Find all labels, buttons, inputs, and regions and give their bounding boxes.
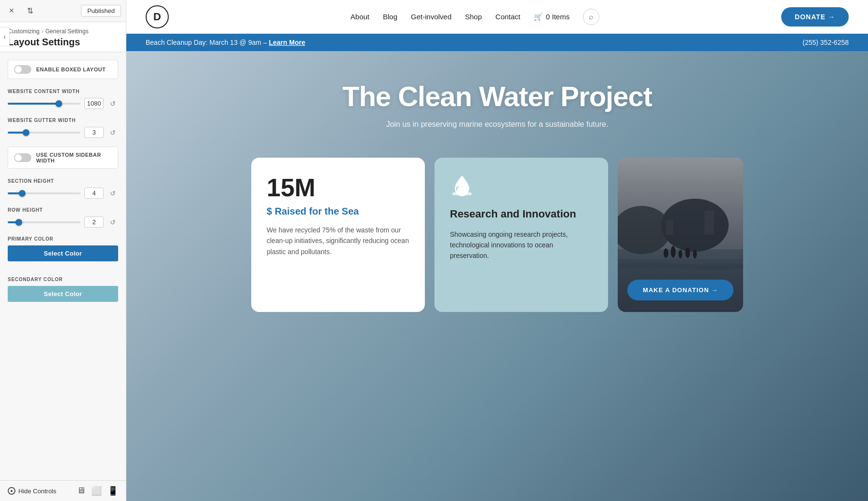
toggle-knob bbox=[15, 66, 22, 73]
row-height-slider-row: 2 ↺ bbox=[8, 217, 118, 228]
cards-row: 15M $ Raised for the Sea We have recycle… bbox=[232, 158, 762, 312]
hide-controls-button[interactable]: ● Hide Controls bbox=[8, 487, 56, 495]
content-width-slider-fill bbox=[8, 103, 59, 105]
search-icon: ⌕ bbox=[589, 13, 594, 21]
boxed-layout-toggle[interactable] bbox=[14, 65, 31, 74]
row-height-label: ROW HEIGHT bbox=[8, 207, 118, 213]
tablet-icon[interactable]: ⬜ bbox=[91, 486, 102, 496]
donation-card: MAKE A DONATION → bbox=[618, 158, 743, 312]
nav-blog[interactable]: Blog bbox=[383, 13, 397, 21]
row-height-slider-track bbox=[8, 221, 81, 223]
close-button[interactable]: × bbox=[5, 4, 18, 18]
section-height-group: SECTION HEIGHT 4 ↺ bbox=[8, 178, 118, 199]
site-logo: D bbox=[146, 5, 169, 28]
content-width-reset[interactable]: ↺ bbox=[108, 98, 118, 109]
sort-button[interactable]: ⇅ bbox=[23, 4, 37, 18]
announcement-message: Beach Cleanup Day: March 13 @ 9am – bbox=[146, 39, 267, 46]
logo-circle: D bbox=[146, 5, 169, 28]
content-width-label: WEBSITE CONTENT WIDTH bbox=[8, 89, 118, 94]
gutter-width-slider-thumb[interactable] bbox=[23, 129, 29, 136]
stat-card: 15M $ Raised for the Sea We have recycle… bbox=[251, 158, 425, 312]
sidebar-toggle-knob bbox=[15, 154, 22, 161]
site-preview: D About Blog Get-involved Shop Contact 🛒… bbox=[126, 0, 868, 501]
announcement-link[interactable]: Learn More bbox=[269, 39, 305, 46]
top-bar-left: × ⇅ bbox=[5, 4, 37, 18]
cart-icon: 🛒 bbox=[534, 13, 543, 21]
cart-items: 0 Items bbox=[546, 13, 570, 21]
breadcrumb-section: Customizing › General Settings Layout Se… bbox=[0, 22, 126, 52]
card-title-stat: $ Raised for the Sea bbox=[267, 206, 409, 217]
content-width-slider-thumb[interactable] bbox=[55, 100, 62, 107]
published-button[interactable]: Published bbox=[81, 5, 121, 17]
hero-title: The Clean Water Project bbox=[342, 80, 652, 112]
gutter-width-slider-track bbox=[8, 132, 81, 134]
section-height-input[interactable]: 4 bbox=[84, 188, 104, 199]
section-height-slider-row: 4 ↺ bbox=[8, 188, 118, 199]
gutter-width-label: WEBSITE GUTTER WIDTH bbox=[8, 118, 118, 123]
top-bar: × ⇅ Published bbox=[0, 0, 126, 22]
breadcrumb-child[interactable]: General Settings bbox=[45, 28, 88, 35]
mobile-icon[interactable]: 📱 bbox=[108, 486, 118, 496]
page-title: Layout Settings bbox=[8, 37, 118, 48]
gutter-width-slider-row: 3 ↺ bbox=[8, 127, 118, 138]
customizer-panel: × ⇅ Published Customizing › General Sett… bbox=[0, 0, 126, 501]
sidebar-width-toggle[interactable] bbox=[14, 153, 31, 162]
card-stat: 15M bbox=[267, 173, 409, 202]
primary-color-label: PRIMARY COLOR bbox=[8, 236, 118, 242]
gutter-width-reset[interactable]: ↺ bbox=[108, 127, 118, 138]
search-button[interactable]: ⌕ bbox=[583, 9, 599, 25]
panel-content: ENABLE BOXED LAYOUT WEBSITE CONTENT WIDT… bbox=[0, 52, 126, 480]
section-height-label: SECTION HEIGHT bbox=[8, 178, 118, 184]
gutter-width-group: WEBSITE GUTTER WIDTH 3 ↺ bbox=[8, 118, 118, 138]
nav-contact[interactable]: Contact bbox=[495, 13, 520, 21]
row-height-input[interactable]: 2 bbox=[84, 217, 104, 228]
site-header: D About Blog Get-involved Shop Contact 🛒… bbox=[126, 0, 868, 34]
research-card-text: Showcasing ongoing research projects, te… bbox=[450, 229, 593, 261]
device-icons: 🖥 ⬜ 📱 bbox=[77, 486, 118, 496]
card-text-stat: We have recycled 75% of the waste from o… bbox=[267, 225, 409, 257]
nav-about[interactable]: About bbox=[351, 13, 369, 21]
section-height-slider-thumb[interactable] bbox=[19, 190, 26, 197]
section-height-slider-track bbox=[8, 192, 81, 194]
eye-icon: ● bbox=[8, 487, 15, 495]
secondary-color-label: SECONDARY COLOR bbox=[8, 277, 118, 282]
hero-section: The Clean Water Project Join us in prese… bbox=[126, 51, 868, 501]
nav-shop[interactable]: Shop bbox=[465, 13, 482, 21]
primary-color-button[interactable]: Select Color bbox=[8, 245, 118, 261]
gutter-width-input[interactable]: 3 bbox=[84, 127, 104, 138]
section-height-reset[interactable]: ↺ bbox=[108, 188, 118, 199]
breadcrumb-arrow: › bbox=[41, 28, 43, 35]
desktop-icon[interactable]: 🖥 bbox=[77, 486, 85, 496]
nav-cart[interactable]: 🛒 0 Items bbox=[534, 13, 570, 21]
hide-controls-label: Hide Controls bbox=[18, 487, 56, 495]
bottom-bar: ● Hide Controls 🖥 ⬜ 📱 bbox=[0, 480, 126, 501]
announcement-text: Beach Cleanup Day: March 13 @ 9am – Lear… bbox=[146, 39, 305, 46]
nav-get-involved[interactable]: Get-involved bbox=[411, 13, 451, 21]
research-card: Research and Innovation Showcasing ongoi… bbox=[434, 158, 608, 312]
content-width-group: WEBSITE CONTENT WIDTH 1080 ↺ bbox=[8, 89, 118, 109]
sidebar-width-toggle-row: USE CUSTOM SIDEBAR WIDTH bbox=[8, 147, 118, 169]
row-height-reset[interactable]: ↺ bbox=[108, 217, 118, 228]
sidebar-width-label: USE CUSTOM SIDEBAR WIDTH bbox=[36, 152, 112, 163]
make-donation-button[interactable]: MAKE A DONATION → bbox=[627, 280, 733, 300]
content-width-slider-row: 1080 ↺ bbox=[8, 98, 118, 109]
announcement-phone: (255) 352-6258 bbox=[802, 39, 849, 46]
secondary-color-button[interactable]: Select Color bbox=[8, 286, 118, 302]
donate-button[interactable]: DONATE → bbox=[781, 7, 849, 27]
hero-subtitle: Join us in preserving marine ecosystems … bbox=[386, 120, 609, 129]
site-nav: About Blog Get-involved Shop Contact 🛒 0… bbox=[351, 9, 599, 25]
water-drop-icon bbox=[450, 173, 593, 202]
content-width-slider-track bbox=[8, 103, 81, 105]
breadcrumb-parent[interactable]: Customizing bbox=[8, 28, 40, 35]
back-button[interactable]: ‹ bbox=[0, 27, 10, 46]
research-card-title: Research and Innovation bbox=[450, 207, 593, 221]
boxed-layout-label: ENABLE BOXED LAYOUT bbox=[36, 67, 106, 72]
row-height-slider-thumb[interactable] bbox=[15, 219, 22, 226]
content-width-input[interactable]: 1080 bbox=[84, 98, 104, 109]
breadcrumb: Customizing › General Settings bbox=[8, 28, 118, 35]
announcement-bar: Beach Cleanup Day: March 13 @ 9am – Lear… bbox=[126, 34, 868, 51]
row-height-group: ROW HEIGHT 2 ↺ bbox=[8, 207, 118, 228]
boxed-layout-toggle-row: ENABLE BOXED LAYOUT bbox=[8, 60, 118, 79]
